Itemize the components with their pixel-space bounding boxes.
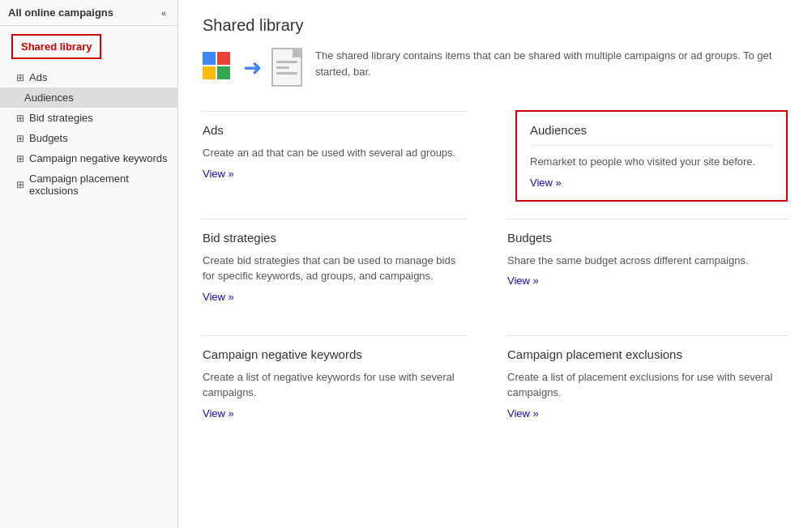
section-audiences-desc: Remarket to people who visited your site… bbox=[530, 154, 773, 170]
section-campaign-negative-keywords-view-link[interactable]: View » bbox=[203, 407, 234, 419]
section-budgets-view-link[interactable]: View » bbox=[507, 275, 539, 287]
section-bid-strategies-view-link[interactable]: View » bbox=[203, 291, 234, 303]
section-bid-strategies-title: Bid strategies bbox=[203, 231, 467, 245]
intro-icon-group: ➜ bbox=[203, 48, 302, 87]
section-campaign-placement-exclusions: Campaign placement exclusions Create a l… bbox=[507, 335, 788, 436]
arrow-icon: ➜ bbox=[243, 54, 262, 81]
plus-icon-campaign-placement-exclusions: ⊞ bbox=[16, 179, 24, 190]
main-content: Shared library ➜ The shared library cont… bbox=[178, 0, 812, 528]
sidebar-collapse-button[interactable]: « bbox=[158, 8, 169, 18]
section-campaign-negative-keywords-desc: Create a list of negative keywords for u… bbox=[203, 369, 467, 401]
sidebar-item-bid-strategies[interactable]: ⊞ Bid strategies bbox=[0, 108, 177, 128]
plus-icon-bid-strategies: ⊞ bbox=[16, 113, 24, 124]
top-row: Ads Create an ad that can be used with s… bbox=[203, 111, 788, 202]
section-budgets: Budgets Share the same budget across dif… bbox=[507, 219, 788, 319]
square-yellow bbox=[203, 66, 216, 79]
section-ads-desc: Create an ad that can be used with sever… bbox=[203, 145, 467, 161]
square-green bbox=[217, 66, 230, 79]
sidebar-header-title: All online campaigns bbox=[8, 6, 113, 19]
sidebar-item-budgets-label: Budgets bbox=[29, 132, 68, 144]
plus-icon-ads: ⊞ bbox=[16, 72, 24, 83]
intro-text: The shared library contains items that c… bbox=[315, 48, 788, 79]
section-campaign-placement-exclusions-view-link[interactable]: View » bbox=[507, 407, 539, 419]
sidebar-item-audiences[interactable]: Audiences bbox=[0, 87, 177, 108]
section-audiences-view-link[interactable]: View » bbox=[530, 177, 562, 189]
sidebar-item-budgets[interactable]: ⊞ Budgets bbox=[0, 128, 177, 148]
sidebar-item-campaign-negative-keywords-label: Campaign negative keywords bbox=[29, 152, 168, 164]
sidebar-item-campaign-placement-exclusions[interactable]: ⊞ Campaign placement exclusions bbox=[0, 168, 177, 201]
sidebar-item-campaign-negative-keywords[interactable]: ⊞ Campaign negative keywords bbox=[0, 148, 177, 168]
sidebar-item-ads[interactable]: ⊞ Ads bbox=[0, 67, 177, 87]
section-campaign-placement-exclusions-desc: Create a list of placement exclusions fo… bbox=[507, 369, 788, 401]
section-bid-strategies-desc: Create bid strategies that can be used t… bbox=[203, 253, 467, 284]
second-row: Bid strategies Create bid strategies tha… bbox=[203, 219, 788, 319]
document-icon bbox=[271, 48, 302, 87]
section-budgets-title: Budgets bbox=[507, 231, 788, 245]
section-audiences-highlighted: Audiences Remarket to people who visited… bbox=[515, 110, 788, 202]
third-row: Campaign negative keywords Create a list… bbox=[203, 335, 788, 436]
section-bid-strategies: Bid strategies Create bid strategies tha… bbox=[203, 219, 467, 319]
plus-icon-budgets: ⊞ bbox=[16, 133, 24, 144]
section-campaign-negative-keywords-title: Campaign negative keywords bbox=[203, 347, 467, 361]
section-audiences-title: Audiences bbox=[530, 123, 773, 137]
doc-line-1 bbox=[276, 61, 297, 63]
sidebar-item-ads-label: Ads bbox=[29, 71, 47, 83]
section-ads-view-link[interactable]: View » bbox=[203, 168, 234, 180]
sidebar-header: All online campaigns « bbox=[0, 0, 177, 26]
sidebar-item-campaign-placement-exclusions-label: Campaign placement exclusions bbox=[29, 172, 169, 197]
squares-icon bbox=[203, 52, 233, 83]
doc-line-3 bbox=[276, 72, 297, 75]
sidebar-item-bid-strategies-label: Bid strategies bbox=[29, 112, 93, 124]
sidebar-item-audiences-label: Audiences bbox=[24, 92, 74, 104]
section-campaign-negative-keywords: Campaign negative keywords Create a list… bbox=[203, 335, 467, 436]
section-ads: Ads Create an ad that can be used with s… bbox=[203, 111, 467, 202]
section-ads-title: Ads bbox=[203, 123, 467, 137]
doc-line-2 bbox=[276, 66, 289, 69]
section-budgets-desc: Share the same budget across different c… bbox=[507, 253, 788, 269]
page-title: Shared library bbox=[203, 16, 788, 35]
section-campaign-placement-exclusions-title: Campaign placement exclusions bbox=[507, 347, 788, 361]
intro-section: ➜ The shared library contains items that… bbox=[203, 48, 788, 87]
audiences-divider bbox=[530, 145, 773, 146]
square-blue bbox=[203, 52, 216, 65]
shared-library-link-wrapper: Shared library bbox=[0, 26, 177, 67]
square-red bbox=[217, 52, 230, 65]
plus-icon-campaign-negative-keywords: ⊞ bbox=[16, 153, 24, 164]
shared-library-nav-item[interactable]: Shared library bbox=[11, 34, 101, 59]
sidebar: All online campaigns « Shared library ⊞ … bbox=[0, 0, 178, 528]
document-lines bbox=[273, 49, 301, 81]
